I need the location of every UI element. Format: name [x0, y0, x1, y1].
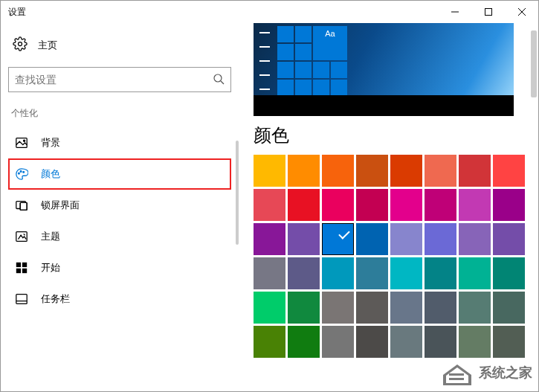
home-row[interactable]: 主页: [8, 30, 231, 60]
svg-rect-20: [16, 295, 27, 304]
color-swatch[interactable]: [459, 292, 491, 324]
color-swatch[interactable]: [254, 326, 285, 358]
color-swatch[interactable]: [493, 326, 525, 358]
color-swatch[interactable]: [493, 155, 525, 187]
color-swatch[interactable]: [390, 155, 422, 187]
close-button[interactable]: [505, 1, 538, 23]
color-swatch[interactable]: [425, 257, 456, 289]
color-swatch[interactable]: [322, 257, 354, 289]
sidebar-item-start[interactable]: 开始: [8, 252, 231, 283]
svg-rect-25: [449, 378, 464, 380]
left-panel: 主页 个性化 背景颜色锁屏界面主题开始任务栏: [1, 23, 239, 391]
color-swatch[interactable]: [356, 292, 388, 324]
color-swatch[interactable]: [254, 189, 285, 221]
preview-menu-icon: [256, 28, 273, 94]
svg-point-9: [19, 173, 20, 174]
color-swatch[interactable]: [425, 155, 456, 187]
content: 主页 个性化 背景颜色锁屏界面主题开始任务栏 Aa: [1, 23, 538, 391]
search-box[interactable]: [8, 67, 231, 92]
gear-icon: [13, 36, 28, 54]
preview-accent-tile: Aa: [313, 26, 347, 60]
svg-rect-1: [485, 9, 491, 16]
svg-point-10: [20, 171, 22, 173]
color-swatch[interactable]: [356, 223, 388, 255]
sidebar-item-label: 锁屏界面: [41, 199, 80, 212]
search-icon: [213, 73, 225, 87]
color-swatch[interactable]: [322, 326, 354, 358]
color-swatch[interactable]: [356, 257, 388, 289]
minimize-button[interactable]: [438, 1, 471, 23]
maximize-button[interactable]: [471, 1, 505, 23]
right-scrollbar[interactable]: [531, 30, 537, 97]
svg-rect-17: [22, 263, 27, 267]
sidebar-item-themes[interactable]: 主题: [8, 221, 231, 252]
search-input[interactable]: [15, 74, 213, 86]
color-swatch[interactable]: [425, 292, 456, 324]
svg-point-8: [24, 140, 25, 141]
sidebar-item-taskbar[interactable]: 任务栏: [8, 283, 231, 315]
sidebar-item-label: 任务栏: [41, 292, 70, 306]
preview-tile-grid: Aa: [277, 26, 347, 96]
preview-thumbnail: Aa: [254, 23, 514, 116]
color-swatch[interactable]: [493, 189, 525, 221]
color-swatch[interactable]: [390, 326, 422, 358]
color-swatch[interactable]: [288, 292, 320, 324]
color-swatch[interactable]: [356, 326, 388, 358]
sidebar-item-label: 颜色: [41, 167, 60, 181]
sidebar-item-lockscreen[interactable]: 锁屏界面: [8, 190, 231, 221]
color-swatch[interactable]: [254, 257, 285, 289]
color-swatch[interactable]: [254, 155, 285, 187]
color-swatch-grid: [254, 155, 523, 358]
color-icon: [14, 167, 29, 181]
svg-rect-13: [20, 202, 27, 210]
color-swatch[interactable]: [390, 189, 422, 221]
home-label: 主页: [38, 39, 57, 52]
start-icon: [14, 261, 29, 274]
panel-title: 颜色: [254, 123, 523, 147]
color-swatch[interactable]: [459, 189, 491, 221]
lockscreen-icon: [14, 199, 29, 212]
color-swatch[interactable]: [425, 326, 456, 358]
color-swatch[interactable]: [493, 223, 525, 255]
watermark-text: 系统之家: [479, 364, 532, 382]
color-swatch[interactable]: [322, 155, 354, 187]
color-swatch[interactable]: [356, 155, 388, 187]
svg-point-5: [214, 74, 222, 82]
sidebar-item-color[interactable]: 颜色: [8, 158, 231, 190]
sidebar-item-label: 主题: [41, 230, 60, 243]
color-swatch[interactable]: [322, 292, 354, 324]
sidebar-item-label: 背景: [41, 136, 60, 150]
titlebar: 设置: [1, 1, 538, 23]
color-swatch[interactable]: [322, 189, 354, 221]
color-swatch[interactable]: [493, 257, 525, 289]
sidebar-item-background[interactable]: 背景: [8, 127, 231, 158]
color-swatch[interactable]: [356, 189, 388, 221]
color-swatch[interactable]: [390, 292, 422, 324]
watermark-logo-icon: [440, 359, 474, 387]
color-swatch[interactable]: [459, 223, 491, 255]
color-swatch[interactable]: [425, 189, 456, 221]
color-swatch[interactable]: [493, 292, 525, 324]
color-swatch[interactable]: [288, 223, 320, 255]
background-icon: [14, 136, 29, 150]
color-swatch[interactable]: [459, 155, 491, 187]
color-swatch[interactable]: [459, 257, 491, 289]
color-swatch[interactable]: [322, 223, 354, 255]
color-swatch[interactable]: [288, 189, 320, 221]
svg-line-6: [221, 81, 224, 84]
themes-icon: [14, 230, 29, 243]
svg-rect-16: [16, 263, 21, 267]
color-swatch[interactable]: [288, 155, 320, 187]
color-swatch[interactable]: [390, 257, 422, 289]
color-swatch[interactable]: [254, 223, 285, 255]
color-swatch[interactable]: [254, 292, 285, 324]
color-swatch[interactable]: [425, 223, 456, 255]
color-swatch[interactable]: [390, 223, 422, 255]
color-swatch[interactable]: [288, 257, 320, 289]
svg-rect-24: [449, 373, 464, 376]
right-panel: Aa 颜色: [239, 23, 538, 391]
svg-point-4: [19, 42, 22, 46]
svg-rect-19: [22, 269, 27, 273]
color-swatch[interactable]: [288, 326, 320, 358]
color-swatch[interactable]: [459, 326, 491, 358]
